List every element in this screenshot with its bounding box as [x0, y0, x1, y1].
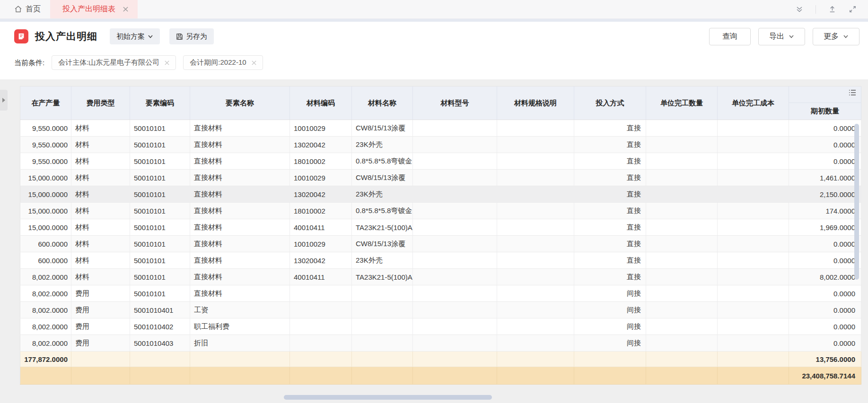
grid-cell[interactable]: 9,550.0000 [20, 120, 71, 137]
grid-cell[interactable]: 费用 [71, 285, 130, 302]
grid-cell[interactable]: CW8/15/13涂覆 [352, 236, 413, 252]
grid-cell[interactable]: 间接 [574, 285, 646, 302]
close-tab-icon[interactable] [123, 7, 128, 12]
grid-cell[interactable]: 174.0000 [789, 203, 861, 219]
grid-cell[interactable] [190, 367, 290, 385]
grid-cell[interactable] [413, 335, 497, 352]
grid-cell[interactable] [646, 153, 718, 170]
grid-cell[interactable] [574, 367, 646, 385]
grid-cell[interactable]: 2,150.0000 [789, 186, 861, 203]
grid-cell[interactable]: 直接 [574, 219, 646, 236]
grid-cell[interactable]: 8,002.0000 [20, 302, 71, 318]
grid-cell[interactable] [497, 120, 574, 137]
grid-cell[interactable] [413, 203, 497, 219]
grid-cell[interactable]: 直接材料 [190, 285, 290, 302]
table-row[interactable]: 9,550.0000材料50010101直接材料180100020.8*5.8*… [20, 153, 861, 170]
grid-cell[interactable] [413, 170, 497, 186]
grid-cell[interactable]: 23K外壳 [352, 252, 413, 269]
grid-cell[interactable]: 8,002.0000 [20, 335, 71, 352]
column-header[interactable]: 单位完工成本 [718, 86, 789, 120]
grid-cell[interactable] [352, 352, 413, 367]
grid-cell[interactable] [574, 352, 646, 367]
grid-cell[interactable]: 材料 [71, 153, 130, 170]
grid-cell[interactable]: 0.8*5.8*5.8弯镀金 [352, 203, 413, 219]
grid-cell[interactable]: 5001010401 [130, 302, 190, 318]
grid-cell[interactable] [718, 335, 789, 352]
table-row[interactable]: 15,000.0000材料50010101直接材料1302004223K外壳直接… [20, 186, 861, 203]
grid-cell[interactable]: 5001010402 [130, 318, 190, 335]
grid-cell[interactable]: 直接 [574, 236, 646, 252]
table-row[interactable]: 15,000.0000材料50010101直接材料10010029CW8/15/… [20, 170, 861, 186]
grid-cell[interactable]: 23,408,758.7144 [789, 367, 861, 385]
grid-cell[interactable]: 0.0000 [789, 137, 861, 153]
grid-cell[interactable] [290, 352, 352, 367]
grid-cell[interactable] [718, 137, 789, 153]
column-header[interactable]: 材料规格说明 [497, 86, 574, 120]
grid-cell[interactable] [413, 137, 497, 153]
grid-cell[interactable]: 间接 [574, 335, 646, 352]
grid-cell[interactable]: 10010029 [290, 120, 352, 137]
grid-cell[interactable]: 15,000.0000 [20, 186, 71, 203]
grid-cell[interactable] [497, 285, 574, 302]
column-header[interactable]: 要素编码 [130, 86, 190, 120]
grid-cell[interactable]: 直接材料 [190, 153, 290, 170]
grid-cell[interactable] [646, 335, 718, 352]
grid-cell[interactable]: 0.0000 [789, 252, 861, 269]
grid-cell[interactable]: 50010101 [130, 170, 190, 186]
table-row[interactable]: 15,000.0000材料50010101直接材料180100020.8*5.8… [20, 203, 861, 219]
grid-cell[interactable] [497, 367, 574, 385]
grid-cell[interactable] [413, 352, 497, 367]
table-row[interactable]: 8,002.0000费用5001010401工资间接0.0000 [20, 302, 861, 318]
grid-cell[interactable]: 9,550.0000 [20, 137, 71, 153]
grid-cell[interactable]: 材料 [71, 203, 130, 219]
grid-cell[interactable]: 50010101 [130, 153, 190, 170]
grid-cell[interactable]: 费用 [71, 318, 130, 335]
grid-cell[interactable] [718, 285, 789, 302]
grid-cell[interactable]: 材料 [71, 120, 130, 137]
remove-filter-icon[interactable] [252, 60, 256, 65]
table-row[interactable]: 15,000.0000材料50010101直接材料40010411TA23K21… [20, 219, 861, 236]
grid-cell[interactable] [497, 318, 574, 335]
grid-cell[interactable] [646, 302, 718, 318]
grid-cell[interactable]: 10010029 [290, 170, 352, 186]
grid-cell[interactable]: 9,550.0000 [20, 153, 71, 170]
grid-cell[interactable]: 直接材料 [190, 186, 290, 203]
grid-cell[interactable] [497, 186, 574, 203]
grid-cell[interactable] [646, 252, 718, 269]
filter-tag-accounting-entity[interactable]: 会计主体:山东元星电子有限公司 [52, 55, 176, 70]
grid-cell[interactable]: 材料 [71, 170, 130, 186]
grid-cell[interactable]: 直接 [574, 170, 646, 186]
grid-cell[interactable] [718, 153, 789, 170]
grid-cell[interactable]: 职工福利费 [190, 318, 290, 335]
grid-cell[interactable] [290, 367, 352, 385]
grid-cell[interactable] [190, 352, 290, 367]
grid-cell[interactable] [352, 285, 413, 302]
grid-cell[interactable] [497, 170, 574, 186]
grid-cell[interactable]: 600.0000 [20, 252, 71, 269]
grid-cell[interactable]: 费用 [71, 302, 130, 318]
grid-cell[interactable]: 40010411 [290, 219, 352, 236]
grid-cell[interactable]: CW8/15/13涂覆 [352, 170, 413, 186]
grid-cell[interactable]: 直接材料 [190, 170, 290, 186]
grid-cell[interactable]: 直接材料 [190, 137, 290, 153]
grid-cell[interactable] [413, 367, 497, 385]
export-button[interactable]: 导出 [758, 28, 805, 45]
grid-cell[interactable]: 50010101 [130, 186, 190, 203]
grid-cell[interactable] [497, 302, 574, 318]
grid-cell[interactable] [413, 153, 497, 170]
grid-cell[interactable] [718, 186, 789, 203]
grid-cell[interactable] [413, 186, 497, 203]
grid-cell[interactable]: 13020042 [290, 137, 352, 153]
grid-cell[interactable] [352, 318, 413, 335]
grid-cell[interactable]: 直接 [574, 153, 646, 170]
grid-cell[interactable] [497, 252, 574, 269]
grid-cell[interactable]: 直接材料 [190, 120, 290, 137]
grid-cell[interactable] [71, 367, 130, 385]
grid-cell[interactable] [352, 335, 413, 352]
grid-cell[interactable] [130, 367, 190, 385]
grid-cell[interactable] [497, 219, 574, 236]
grid-cell[interactable] [290, 335, 352, 352]
grid-cell[interactable] [497, 137, 574, 153]
grid-cell[interactable]: 50010101 [130, 120, 190, 137]
grid-cell[interactable]: 23K外壳 [352, 137, 413, 153]
